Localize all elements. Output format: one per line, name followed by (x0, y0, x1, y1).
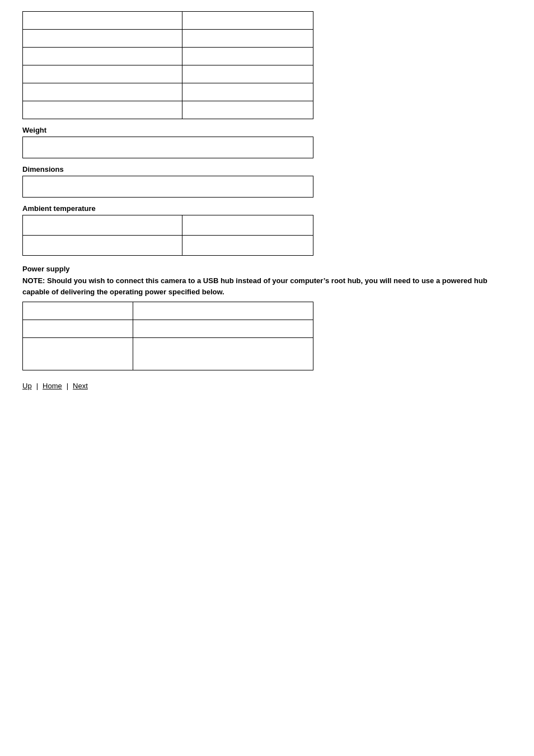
table-cell (182, 12, 313, 30)
table-cell (23, 320, 133, 338)
top-table (22, 11, 313, 119)
table-row (23, 320, 313, 338)
navigation: Up | Home | Next (22, 382, 512, 390)
table-cell (182, 215, 313, 236)
dimensions-label: Dimensions (22, 165, 512, 173)
table-cell (23, 30, 182, 48)
home-link[interactable]: Home (43, 382, 62, 390)
table-cell (23, 215, 182, 236)
table-cell (23, 65, 182, 83)
power-supply-table (22, 302, 313, 370)
table-cell (23, 338, 133, 370)
table-row (23, 65, 313, 83)
table-cell (23, 101, 182, 119)
separator-1: | (36, 382, 38, 390)
table-cell (23, 12, 182, 30)
up-link[interactable]: Up (22, 382, 32, 390)
table-cell (182, 101, 313, 119)
dimensions-table (22, 176, 313, 198)
table-cell (23, 83, 182, 101)
table-cell (182, 30, 313, 48)
power-supply-note: NOTE: Should you wish to connect this ca… (22, 275, 504, 297)
table-cell (133, 320, 313, 338)
table-cell (182, 236, 313, 256)
table-row (23, 30, 313, 48)
table-cell (23, 302, 133, 320)
table-cell (182, 83, 313, 101)
table-row (23, 83, 313, 101)
weight-label: Weight (22, 126, 512, 134)
separator-2: | (67, 382, 68, 390)
table-row (23, 101, 313, 119)
next-link[interactable]: Next (73, 382, 88, 390)
power-supply-label: Power supply (22, 265, 512, 273)
table-row (23, 137, 313, 158)
weight-table (22, 137, 313, 158)
table-row (23, 338, 313, 370)
ambient-temperature-table (22, 215, 313, 256)
table-row (23, 176, 313, 198)
table-row (23, 48, 313, 65)
table-cell (23, 236, 182, 256)
table-cell (182, 65, 313, 83)
table-cell (133, 302, 313, 320)
table-cell (182, 48, 313, 65)
table-row (23, 302, 313, 320)
table-row (23, 12, 313, 30)
dimensions-cell (23, 176, 313, 198)
table-cell (133, 338, 313, 370)
table-cell (23, 48, 182, 65)
table-row (23, 236, 313, 256)
weight-cell (23, 137, 313, 158)
ambient-temperature-label: Ambient temperature (22, 204, 512, 213)
table-row (23, 215, 313, 236)
